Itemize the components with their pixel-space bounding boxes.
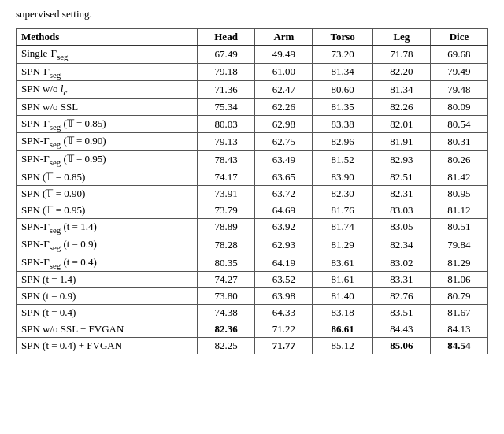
value-cell: 83.61: [313, 254, 372, 272]
method-cell: SPN w/o SSL + FVGAN: [17, 321, 198, 338]
value-cell: 84.54: [430, 338, 487, 354]
value-cell: 49.49: [255, 46, 313, 64]
value-cell: 71.77: [255, 338, 313, 354]
value-cell: 80.60: [313, 81, 372, 99]
value-cell: 71.78: [372, 46, 430, 64]
value-cell: 82.96: [313, 133, 372, 151]
method-cell: SPN (t = 0.4): [17, 305, 198, 321]
value-cell: 73.79: [197, 202, 255, 218]
value-cell: 81.06: [430, 272, 487, 288]
value-cell: 80.51: [430, 218, 487, 236]
value-cell: 64.19: [255, 254, 313, 272]
value-cell: 78.43: [197, 150, 255, 169]
table-row: SPN-Γseg (𝕋 = 0.85)80.0362.9883.3882.018…: [17, 115, 488, 133]
value-cell: 80.54: [430, 115, 487, 133]
value-cell: 83.51: [372, 305, 430, 321]
method-cell: SPN-Γseg (t = 0.9): [17, 236, 198, 254]
value-cell: 63.65: [255, 169, 313, 185]
value-cell: 82.93: [372, 150, 430, 169]
value-cell: 82.36: [197, 321, 255, 338]
value-cell: 82.76: [372, 288, 430, 305]
method-cell: SPN-Γseg (𝕋 = 0.85): [17, 115, 198, 133]
table-row: SPN-Γseg (t = 1.4)78.8963.9281.7483.0580…: [17, 218, 488, 236]
method-cell: SPN-Γseg (𝕋 = 0.95): [17, 150, 198, 169]
results-table: Methods Head Arm Torso Leg Dice Single-Γ…: [16, 28, 488, 354]
table-row: SPN (t = 0.9)73.8063.9881.4082.7680.79: [17, 288, 488, 305]
value-cell: 82.25: [197, 338, 255, 354]
table-row: SPN (𝕋 = 0.85)74.1763.6583.9082.5181.42: [17, 169, 488, 185]
value-cell: 82.20: [372, 63, 430, 81]
value-cell: 80.03: [197, 115, 255, 133]
value-cell: 80.09: [430, 98, 487, 115]
intro-text: supervised setting.: [16, 8, 488, 20]
value-cell: 80.79: [430, 288, 487, 305]
value-cell: 81.34: [372, 81, 430, 99]
value-cell: 83.38: [313, 115, 372, 133]
value-cell: 69.68: [430, 46, 487, 64]
value-cell: 80.31: [430, 133, 487, 151]
table-row: SPN w/o lc71.3662.4780.6081.3479.48: [17, 81, 488, 99]
value-cell: 81.29: [430, 254, 487, 272]
method-cell: SPN-Γseg (t = 0.4): [17, 254, 198, 272]
value-cell: 63.72: [255, 185, 313, 202]
value-cell: 67.49: [197, 46, 255, 64]
table-row: SPN (𝕋 = 0.95)73.7964.6981.7683.0381.12: [17, 202, 488, 218]
table-row: SPN-Γseg (𝕋 = 0.95)78.4363.4981.5282.938…: [17, 150, 488, 169]
table-row: SPN-Γseg79.1861.0081.3482.2079.49: [17, 63, 488, 81]
value-cell: 81.40: [313, 288, 372, 305]
value-cell: 79.48: [430, 81, 487, 99]
table-row: SPN (t = 1.4)74.2763.5281.6183.3181.06: [17, 272, 488, 288]
value-cell: 73.80: [197, 288, 255, 305]
value-cell: 80.95: [430, 185, 487, 202]
value-cell: 73.20: [313, 46, 372, 64]
value-cell: 81.35: [313, 98, 372, 115]
table-row: SPN w/o SSL + FVGAN82.3671.2286.6184.438…: [17, 321, 488, 338]
method-cell: SPN (𝕋 = 0.85): [17, 169, 198, 185]
value-cell: 82.51: [372, 169, 430, 185]
method-cell: SPN w/o lc: [17, 81, 198, 99]
col-dice: Dice: [430, 29, 487, 46]
method-cell: SPN (𝕋 = 0.90): [17, 185, 198, 202]
value-cell: 86.61: [313, 321, 372, 338]
method-cell: SPN (𝕋 = 0.95): [17, 202, 198, 218]
value-cell: 74.17: [197, 169, 255, 185]
value-cell: 82.31: [372, 185, 430, 202]
method-cell: SPN-Γseg (𝕋 = 0.90): [17, 133, 198, 151]
value-cell: 84.43: [372, 321, 430, 338]
value-cell: 83.05: [372, 218, 430, 236]
table-row: SPN (t = 0.4)74.3864.3383.1883.5181.67: [17, 305, 488, 321]
method-cell: SPN (t = 0.4) + FVGAN: [17, 338, 198, 354]
table-row: SPN (t = 0.4) + FVGAN82.2571.7785.1285.0…: [17, 338, 488, 354]
method-cell: SPN-Γseg (t = 1.4): [17, 218, 198, 236]
value-cell: 62.75: [255, 133, 313, 151]
value-cell: 82.30: [313, 185, 372, 202]
value-cell: 82.01: [372, 115, 430, 133]
value-cell: 61.00: [255, 63, 313, 81]
method-cell: SPN (t = 0.9): [17, 288, 198, 305]
table-row: Single-Γseg67.4949.4973.2071.7869.68: [17, 46, 488, 64]
table-row: SPN-Γseg (𝕋 = 0.90)79.1362.7582.9681.918…: [17, 133, 488, 151]
col-torso: Torso: [313, 29, 372, 46]
value-cell: 79.49: [430, 63, 487, 81]
value-cell: 80.26: [430, 150, 487, 169]
value-cell: 83.31: [372, 272, 430, 288]
value-cell: 78.89: [197, 218, 255, 236]
value-cell: 85.06: [372, 338, 430, 354]
value-cell: 81.74: [313, 218, 372, 236]
value-cell: 83.02: [372, 254, 430, 272]
method-cell: SPN w/o SSL: [17, 98, 198, 115]
value-cell: 81.12: [430, 202, 487, 218]
value-cell: 81.67: [430, 305, 487, 321]
value-cell: 82.26: [372, 98, 430, 115]
value-cell: 63.98: [255, 288, 313, 305]
value-cell: 81.61: [313, 272, 372, 288]
value-cell: 63.49: [255, 150, 313, 169]
table-row: SPN-Γseg (t = 0.4)80.3564.1983.6183.0281…: [17, 254, 488, 272]
value-cell: 83.18: [313, 305, 372, 321]
value-cell: 83.90: [313, 169, 372, 185]
value-cell: 78.28: [197, 236, 255, 254]
col-methods: Methods: [17, 29, 198, 46]
table-row: SPN w/o SSL75.3462.2681.3582.2680.09: [17, 98, 488, 115]
value-cell: 79.84: [430, 236, 487, 254]
value-cell: 81.76: [313, 202, 372, 218]
